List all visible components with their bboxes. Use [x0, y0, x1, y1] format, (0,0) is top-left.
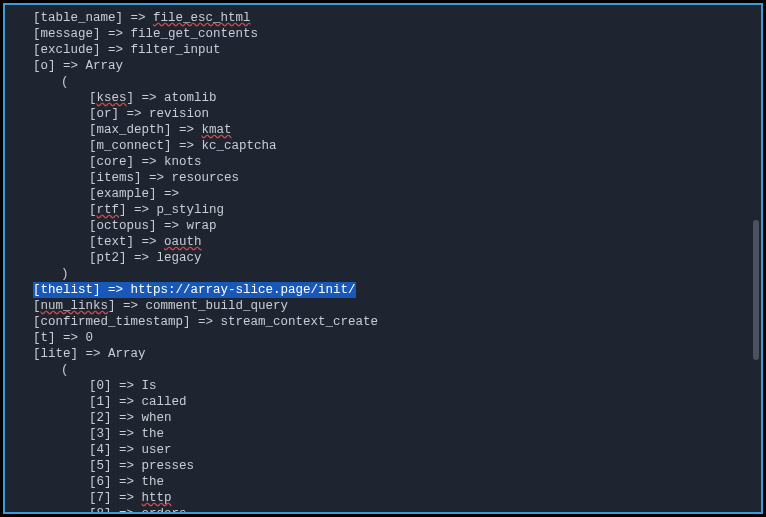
code-line[interactable]: [2] => when [5, 410, 761, 426]
code-line[interactable]: [rtf] => p_styling [5, 202, 761, 218]
code-line[interactable]: [num_links] => comment_build_query [5, 298, 761, 314]
selected-text[interactable]: [thelist] => https://array-slice.page/in… [33, 282, 356, 298]
code-line[interactable]: [lite] => Array [5, 346, 761, 362]
code-line[interactable]: [core] => knots [5, 154, 761, 170]
code-line[interactable]: [1] => called [5, 394, 761, 410]
vertical-scrollbar[interactable] [753, 220, 759, 360]
code-line[interactable]: [3] => the [5, 426, 761, 442]
code-line[interactable]: [kses] => atomlib [5, 90, 761, 106]
editor-window: [table_name] => file_esc_html[message] =… [3, 3, 763, 514]
code-line[interactable]: ( [5, 362, 761, 378]
code-line[interactable]: [or] => revision [5, 106, 761, 122]
code-line[interactable]: [example] => [5, 186, 761, 202]
code-line[interactable]: [7] => http [5, 490, 761, 506]
code-line[interactable]: [text] => oauth [5, 234, 761, 250]
code-line[interactable]: [thelist] => https://array-slice.page/in… [5, 282, 761, 298]
code-line[interactable]: ) [5, 266, 761, 282]
code-line[interactable]: [confirmed_timestamp] => stream_context_… [5, 314, 761, 330]
code-line[interactable]: [5] => presses [5, 458, 761, 474]
code-line[interactable]: [t] => 0 [5, 330, 761, 346]
code-line[interactable]: ( [5, 74, 761, 90]
code-line[interactable]: [message] => file_get_contents [5, 26, 761, 42]
code-line[interactable]: [table_name] => file_esc_html [5, 10, 761, 26]
code-line[interactable]: [0] => Is [5, 378, 761, 394]
code-line[interactable]: [max_depth] => kmat [5, 122, 761, 138]
code-line[interactable]: [pt2] => legacy [5, 250, 761, 266]
code-line[interactable]: [exclude] => filter_input [5, 42, 761, 58]
code-content[interactable]: [table_name] => file_esc_html[message] =… [5, 5, 761, 514]
code-line[interactable]: [octopus] => wrap [5, 218, 761, 234]
code-line[interactable]: [items] => resources [5, 170, 761, 186]
code-line[interactable]: [o] => Array [5, 58, 761, 74]
code-line[interactable]: [4] => user [5, 442, 761, 458]
code-line[interactable]: [6] => the [5, 474, 761, 490]
code-line[interactable]: [8] => orders [5, 506, 761, 514]
code-line[interactable]: [m_connect] => kc_captcha [5, 138, 761, 154]
